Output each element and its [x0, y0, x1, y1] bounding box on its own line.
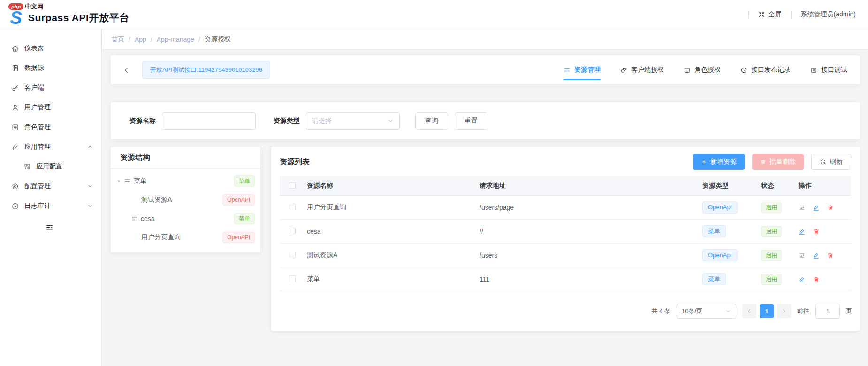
openapi-tag: OpenAPI [222, 232, 255, 243]
row-checkbox[interactable] [289, 275, 296, 282]
breadcrumb-app[interactable]: App [135, 36, 146, 43]
resource-name-input[interactable] [162, 112, 256, 130]
status-tag: 启用 [761, 274, 782, 285]
divider [791, 11, 792, 18]
role-icon [11, 123, 19, 131]
fullscreen-button[interactable]: 全屏 [758, 10, 782, 19]
breadcrumb-app-manage[interactable]: App-manage [157, 36, 194, 43]
menu-icon [124, 178, 131, 185]
sidebar-item-app-config[interactable]: 应用配置 [0, 157, 101, 176]
resource-type-select[interactable]: 请选择 [306, 112, 400, 130]
app-logo-icon: S [7, 8, 25, 28]
medal-icon [11, 183, 19, 191]
app-title: Surpass API开放平台 [28, 11, 129, 24]
sidebar-item-roles[interactable]: 角色管理 [0, 117, 101, 137]
next-page-button[interactable] [777, 304, 791, 318]
tab-client-auth[interactable]: 客户端授权 [620, 55, 664, 84]
chevron-down-icon [388, 118, 394, 124]
clock-icon [11, 202, 19, 210]
page-size-select[interactable]: 10条/页 [677, 304, 736, 319]
delete-icon[interactable] [827, 204, 834, 211]
breadcrumb-current: 资源授权 [205, 35, 231, 44]
sidebar: 仪表盘 数据源 客户端 用户管理 角色管理 应用管理 应用配置 配置管理 日志审… [0, 29, 102, 366]
col-resource-name: 资源名称 [307, 176, 480, 196]
table-row: 菜单 111 菜单 启用 [280, 267, 851, 291]
goto-label: 前往 [797, 307, 809, 315]
user-menu[interactable]: 系统管理员(admin) [801, 10, 856, 19]
delete-icon[interactable] [813, 276, 820, 283]
resource-tree-panel: 资源结构 菜单 菜单 测试资源A OpenAPI cesa [111, 147, 260, 252]
status-tag: 启用 [761, 250, 782, 261]
publish-icon[interactable] [799, 252, 806, 259]
refresh-icon [820, 159, 826, 165]
fullscreen-icon [758, 11, 765, 18]
breadcrumb-home[interactable]: 首页 [111, 35, 124, 44]
caret-down-icon[interactable] [116, 179, 122, 184]
edit-icon[interactable] [799, 228, 806, 235]
tab-publish-log[interactable]: 接口发布记录 [740, 55, 791, 84]
tree-node[interactable]: 菜单 菜单 [116, 172, 255, 191]
sidebar-collapse-button[interactable] [0, 223, 101, 231]
sidebar-item-client[interactable]: 客户端 [0, 78, 101, 98]
edit-icon[interactable] [813, 204, 820, 211]
refresh-button[interactable]: 刷新 [811, 154, 851, 170]
sidebar-item-datasource[interactable]: 数据源 [0, 58, 101, 78]
svg-text:S: S [10, 8, 22, 28]
row-checkbox[interactable] [289, 228, 296, 234]
sidebar-item-logs[interactable]: 日志审计 [0, 196, 101, 216]
batch-delete-button[interactable]: 批量删除 [752, 154, 804, 170]
filter-form: 资源名称 资源类型 请选择 查询 重置 [111, 102, 860, 139]
fold-menu-icon [46, 223, 53, 231]
resource-type-label: 资源类型 [274, 117, 300, 125]
back-button[interactable] [123, 67, 130, 74]
main-area: 首页 / App / App-manage / 资源授权 开放API测试接口:1… [102, 29, 868, 366]
tree-node[interactable]: 测试资源A OpenAPI [116, 191, 255, 209]
prev-page-button[interactable] [742, 304, 756, 318]
goto-page-input[interactable] [815, 304, 840, 319]
sidebar-item-apps[interactable]: 应用管理 [0, 137, 101, 157]
app-icon [11, 143, 19, 151]
type-tag: OpenApi [702, 201, 738, 214]
sidebar-item-config[interactable]: 配置管理 [0, 176, 101, 196]
menu-icon [563, 67, 571, 74]
page-number-button[interactable]: 1 [760, 304, 774, 318]
pagination: 共 4 条 10条/页 1 前往 [271, 291, 860, 321]
edit-icon[interactable] [799, 276, 806, 283]
list-panel-title: 资源列表 [280, 157, 310, 167]
sidebar-item-dashboard[interactable]: 仪表盘 [0, 38, 101, 58]
chevron-down-icon [725, 308, 731, 314]
tree-node[interactable]: cesa 菜单 [116, 209, 255, 228]
total-count: 共 4 条 [652, 307, 670, 315]
delete-icon[interactable] [827, 252, 834, 259]
row-checkbox[interactable] [289, 204, 296, 210]
trash-icon [760, 159, 766, 165]
col-actions: 操作 [799, 176, 851, 196]
table-row: cesa // 菜单 启用 [280, 220, 851, 244]
site-watermark: php 中文网 [8, 2, 43, 11]
col-request-url: 请求地址 [480, 176, 702, 196]
menu-icon [131, 215, 138, 222]
chevron-right-icon [781, 308, 787, 314]
clock-icon [740, 67, 747, 74]
edit-icon[interactable] [813, 252, 820, 259]
search-button[interactable]: 查询 [415, 112, 448, 130]
reset-button[interactable]: 重置 [455, 112, 487, 130]
tab-role-auth[interactable]: 角色授权 [684, 55, 721, 84]
tab-api-debug[interactable]: 接口调试 [810, 55, 847, 84]
datasource-icon [11, 64, 19, 72]
select-all-checkbox[interactable] [289, 182, 296, 189]
debug-icon [810, 67, 817, 74]
publish-icon[interactable] [799, 204, 806, 211]
row-checkbox[interactable] [289, 252, 296, 258]
delete-icon[interactable] [813, 228, 820, 235]
divider [748, 11, 749, 18]
breadcrumb: 首页 / App / App-manage / 资源授权 [102, 29, 868, 49]
sidebar-item-users[interactable]: 用户管理 [0, 98, 101, 117]
table-row: 测试资源A /users OpenApi 启用 [280, 244, 851, 267]
openapi-tag: OpenAPI [222, 194, 255, 206]
chevron-down-icon [87, 203, 93, 209]
tree-node[interactable]: 用户分页查询 OpenAPI [116, 228, 255, 247]
tab-resource-manage[interactable]: 资源管理 [563, 55, 601, 84]
chevron-up-icon [87, 144, 93, 150]
add-resource-button[interactable]: 新增资源 [693, 154, 745, 170]
